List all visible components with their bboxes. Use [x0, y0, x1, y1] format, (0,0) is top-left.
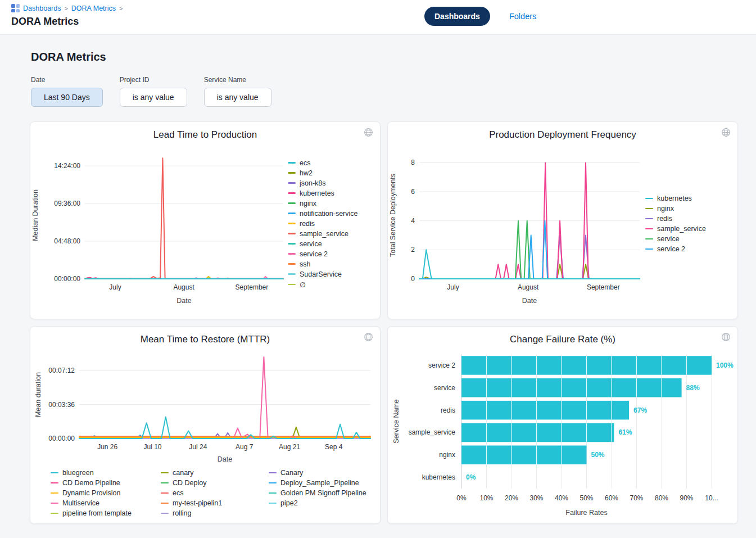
breadcrumb-dashboards-link[interactable]: Dashboards — [23, 4, 61, 12]
svg-text:61%: 61% — [618, 428, 632, 436]
legend-item[interactable]: ecs — [288, 159, 375, 167]
legend-swatch — [51, 503, 58, 504]
legend-item[interactable]: Deploy_Sample_Pipeline — [269, 479, 384, 487]
svg-text:kubernetes: kubernetes — [422, 473, 455, 481]
legend-label: redis — [657, 215, 672, 223]
legend-item[interactable]: Golden PM Signoff Pipeline — [269, 489, 384, 497]
legend-label: Golden PM Signoff Pipeline — [280, 489, 366, 497]
legend-item[interactable]: redis — [288, 220, 375, 228]
chart-card-change-failure-rate: Change Failure Rate (%) 0%10%20%30%40%50… — [387, 326, 738, 524]
svg-text:10...: 10... — [705, 494, 718, 502]
legend-item[interactable]: hw2 — [288, 169, 375, 177]
legend-item[interactable]: canary — [161, 469, 265, 477]
svg-text:50%: 50% — [591, 451, 605, 459]
legend-swatch — [288, 162, 296, 164]
legend-swatch — [161, 482, 169, 484]
legend-item[interactable]: service — [645, 235, 733, 243]
legend-swatch — [51, 513, 58, 514]
svg-text:40%: 40% — [555, 494, 568, 502]
legend-swatch — [645, 198, 653, 200]
legend-item[interactable]: service — [288, 240, 375, 248]
legend-item[interactable]: ∅ — [288, 281, 375, 289]
legend-item[interactable]: Dynamic Provision — [51, 489, 157, 497]
filter-service-name-value-button[interactable]: is any value — [204, 88, 271, 107]
legend-item[interactable]: Multiservice — [51, 499, 157, 507]
legend-item[interactable]: SudarService — [288, 270, 375, 278]
svg-text:Total Service Deployments: Total Service Deployments — [389, 174, 397, 257]
change-failure-rate-chart: 0%10%20%30%40%50%60%70%80%90%10...100%se… — [391, 347, 736, 519]
legend-label: ssh — [300, 260, 310, 268]
svg-text:Mean duration: Mean duration — [34, 372, 42, 417]
legend-item[interactable]: service 2 — [645, 245, 733, 253]
chart-card-mttr: Mean Time to Restore (MTTR) 00:00:0000:0… — [30, 326, 381, 524]
tab-dashboards[interactable]: Dashboards — [424, 7, 490, 26]
legend-item[interactable]: nginx — [288, 200, 375, 207]
svg-text:Aug 7: Aug 7 — [236, 443, 253, 451]
legend-item[interactable]: pipe2 — [269, 499, 384, 507]
legend-label: redis — [300, 220, 315, 228]
chart-legend: kubernetesnginxredissample_serviceservic… — [645, 141, 734, 307]
svg-text:6: 6 — [411, 188, 415, 196]
filter-project-id: Project ID is any value — [120, 76, 187, 107]
legend-label: rolling — [173, 509, 191, 517]
legend-swatch — [645, 238, 653, 240]
svg-text:Failure Rates: Failure Rates — [565, 509, 607, 517]
svg-text:Service Name: Service Name — [392, 399, 400, 444]
svg-text:14:24:00: 14:24:00 — [54, 162, 80, 170]
legend-item[interactable]: kubernetes — [288, 189, 375, 197]
svg-text:00:07:12: 00:07:12 — [48, 367, 75, 374]
legend-item[interactable]: kubernetes — [645, 195, 733, 202]
legend-swatch — [288, 273, 296, 275]
filter-date: Date Last 90 Days — [31, 76, 103, 107]
legend-item[interactable]: my-test-pipelin1 — [161, 499, 265, 507]
legend-item[interactable]: sample_service — [645, 225, 733, 233]
svg-text:10%: 10% — [479, 494, 493, 502]
legend-item[interactable]: CD Demo Pipeline — [51, 479, 157, 487]
legend-item[interactable]: CD Deploy — [161, 479, 265, 487]
legend-item[interactable]: rolling — [161, 509, 265, 517]
legend-item[interactable]: nginx — [645, 205, 733, 213]
legend-swatch — [51, 482, 58, 484]
legend-item[interactable]: ecs — [161, 489, 265, 497]
filter-date-value-button[interactable]: Last 90 Days — [31, 88, 103, 107]
filter-service-name-label: Service Name — [204, 76, 271, 84]
svg-text:90%: 90% — [680, 494, 693, 502]
legend-label: hw2 — [300, 169, 313, 177]
legend-item[interactable]: bluegreen — [51, 469, 157, 477]
tab-folders[interactable]: Folders — [506, 11, 540, 21]
breadcrumb: Dashboards > DORA Metrics > — [11, 4, 123, 12]
filter-project-id-value-button[interactable]: is any value — [120, 88, 187, 107]
svg-text:redis: redis — [441, 406, 455, 414]
svg-text:09:36:00: 09:36:00 — [54, 200, 80, 207]
legend-item[interactable]: sample_service — [288, 230, 375, 238]
filter-service-name: Service Name is any value — [204, 76, 271, 107]
legend-item[interactable]: redis — [645, 215, 733, 223]
legend-item[interactable]: service 2 — [288, 250, 375, 258]
legend-swatch — [161, 472, 169, 474]
svg-text:80%: 80% — [655, 494, 668, 502]
svg-text:sample_service: sample_service — [409, 428, 456, 436]
legend-label: bluegreen — [62, 469, 94, 477]
svg-text:100%: 100% — [716, 361, 734, 369]
svg-text:service 2: service 2 — [428, 361, 455, 369]
legend-label: service — [657, 235, 680, 243]
filter-date-label: Date — [31, 76, 103, 84]
breadcrumb-dora-metrics-link[interactable]: DORA Metrics — [71, 4, 116, 12]
legend-item[interactable]: pipeline from template — [51, 509, 157, 517]
legend-swatch — [288, 284, 296, 286]
legend-swatch — [288, 243, 296, 245]
svg-text:0%: 0% — [456, 494, 467, 502]
svg-text:Jul 10: Jul 10 — [143, 443, 161, 451]
legend-item[interactable]: ssh — [288, 260, 375, 268]
legend-item[interactable]: notification-service — [288, 210, 375, 218]
legend-swatch — [288, 172, 296, 174]
legend-label: sample_service — [657, 225, 706, 233]
legend-label: pipeline from template — [62, 509, 132, 517]
svg-text:30%: 30% — [529, 494, 543, 502]
chart-title: Change Failure Rate (%) — [388, 334, 737, 345]
legend-item[interactable]: json-k8s — [288, 179, 375, 187]
legend-label: ecs — [300, 159, 310, 167]
legend-swatch — [51, 492, 58, 494]
legend-item[interactable]: Canary — [269, 469, 384, 477]
legend-label: CD Demo Pipeline — [62, 479, 120, 487]
